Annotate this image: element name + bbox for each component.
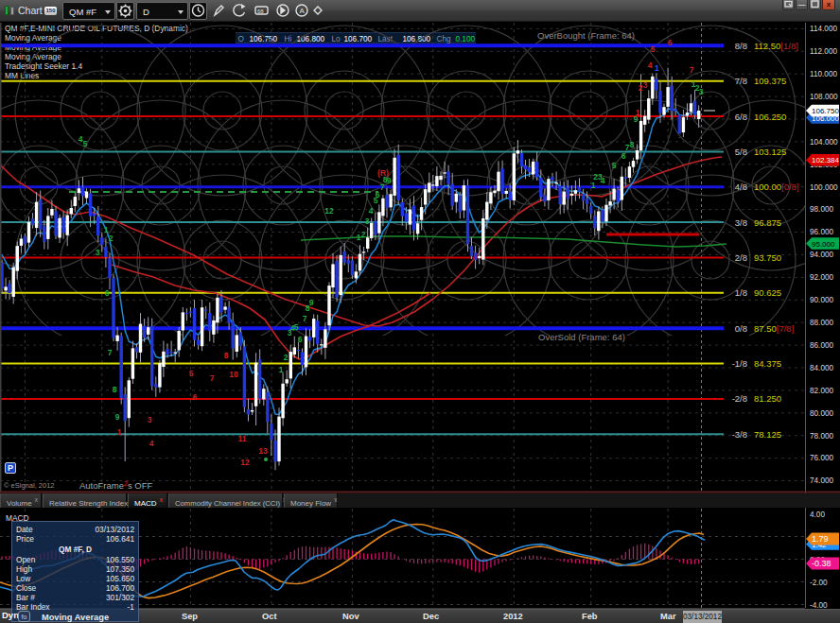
svg-text:6: 6 — [621, 151, 626, 161]
svg-text:3: 3 — [699, 87, 704, 96]
svg-text:4: 4 — [648, 61, 653, 70]
svg-text:92.000: 92.000 — [810, 273, 833, 282]
svg-text:-2.00: -2.00 — [810, 579, 828, 587]
svg-text:106.750: 106.750 — [812, 107, 839, 115]
svg-text:84.375: 84.375 — [754, 358, 781, 369]
svg-text:96.000: 96.000 — [810, 228, 833, 236]
svg-text:1: 1 — [655, 63, 659, 73]
svg-text:9: 9 — [309, 298, 314, 307]
svg-text:7: 7 — [690, 65, 694, 75]
svg-text:2/8: 2/8 — [735, 252, 747, 263]
svg-text:3/8: 3/8 — [735, 217, 747, 228]
svg-text:7/8: 7/8 — [735, 76, 747, 86]
svg-text:1: 1 — [636, 108, 640, 117]
svg-text:2: 2 — [109, 234, 114, 243]
svg-text:-2/8: -2/8 — [732, 393, 747, 404]
svg-text:80.000: 80.000 — [810, 409, 833, 418]
svg-text:5: 5 — [189, 369, 194, 378]
svg-text:5: 5 — [651, 44, 656, 54]
svg-text:114.000: 114.000 — [810, 25, 837, 33]
svg-text:82.000: 82.000 — [810, 387, 833, 395]
svg-text:100.00[0/8]: 100.00[0/8] — [754, 182, 799, 192]
svg-text:8/8: 8/8 — [735, 41, 747, 51]
svg-text:1/8: 1/8 — [735, 287, 747, 298]
svg-text:96.875: 96.875 — [754, 217, 781, 228]
svg-text:4: 4 — [601, 176, 605, 185]
svg-text:-1/8: -1/8 — [732, 358, 747, 369]
svg-text:(R): (R) — [377, 168, 389, 178]
svg-text:5: 5 — [612, 161, 617, 170]
svg-text:12: 12 — [324, 206, 334, 216]
svg-text:106.250: 106.250 — [754, 112, 786, 122]
svg-text:4.00: 4.00 — [810, 511, 825, 519]
svg-text:6: 6 — [298, 335, 303, 344]
svg-text:94.000: 94.000 — [810, 251, 833, 259]
svg-text:6: 6 — [193, 392, 198, 402]
svg-text:93.750: 93.750 — [754, 252, 781, 263]
svg-text:7: 7 — [303, 314, 307, 323]
svg-text:81.250: 81.250 — [754, 393, 781, 404]
svg-text:87.50[7/8]: 87.50[7/8] — [754, 323, 794, 334]
svg-text:1: 1 — [279, 365, 284, 374]
svg-text:13: 13 — [258, 446, 268, 456]
svg-text:8: 8 — [224, 351, 229, 360]
svg-text:12: 12 — [240, 458, 250, 467]
svg-text:100.000: 100.000 — [810, 183, 838, 192]
svg-text:86.000: 86.000 — [810, 341, 833, 350]
svg-text:4/8: 4/8 — [735, 182, 747, 192]
svg-text:112.000: 112.000 — [810, 47, 837, 56]
svg-text:3: 3 — [643, 80, 648, 90]
svg-text:7: 7 — [108, 348, 113, 357]
svg-text:6/8: 6/8 — [735, 112, 747, 122]
svg-text:2: 2 — [284, 353, 289, 362]
svg-text:10: 10 — [229, 370, 238, 379]
svg-text:90.000: 90.000 — [810, 296, 833, 304]
svg-text:1.79: 1.79 — [812, 534, 829, 544]
svg-text:-3/8: -3/8 — [732, 429, 747, 440]
svg-text:110.000: 110.000 — [810, 70, 837, 78]
svg-text:1: 1 — [591, 181, 596, 190]
svg-text:5: 5 — [294, 322, 299, 332]
svg-text:109.375: 109.375 — [754, 76, 786, 86]
svg-text:74.000: 74.000 — [810, 476, 833, 485]
svg-text:3: 3 — [148, 415, 152, 424]
svg-text:7: 7 — [210, 373, 215, 383]
svg-text:6: 6 — [105, 288, 110, 298]
svg-text:6: 6 — [668, 38, 673, 47]
svg-text:8: 8 — [630, 140, 635, 149]
svg-text:5/8: 5/8 — [735, 147, 747, 157]
svg-text:9: 9 — [115, 412, 120, 422]
svg-text:76.000: 76.000 — [810, 454, 833, 462]
svg-text:3: 3 — [96, 248, 100, 257]
svg-text:0/8: 0/8 — [735, 323, 747, 334]
svg-text:112.50[1/8]: 112.50[1/8] — [754, 41, 798, 51]
svg-text:78.000: 78.000 — [810, 432, 833, 441]
svg-text:11: 11 — [238, 434, 247, 443]
svg-text:OverBought (Frame: 64): OverBought (Frame: 64) — [537, 30, 635, 41]
svg-text:8: 8 — [113, 385, 117, 394]
svg-text:108.000: 108.000 — [810, 93, 838, 101]
svg-text:2: 2 — [361, 230, 366, 239]
svg-text:4: 4 — [149, 439, 154, 448]
svg-text:-0.38: -0.38 — [812, 559, 831, 568]
svg-text:102.384: 102.384 — [812, 156, 839, 164]
svg-text:1: 1 — [117, 427, 122, 437]
svg-text:84.000: 84.000 — [810, 364, 833, 372]
svg-text:78.125: 78.125 — [754, 429, 781, 440]
svg-text:95.000: 95.000 — [812, 240, 835, 249]
svg-text:5: 5 — [83, 139, 88, 148]
svg-text:90.625: 90.625 — [754, 287, 781, 298]
svg-text:OverSold (Frame: 64): OverSold (Frame: 64) — [538, 332, 625, 342]
svg-text:103.125: 103.125 — [754, 147, 786, 157]
svg-text:3: 3 — [365, 216, 370, 226]
svg-text:104.000: 104.000 — [810, 138, 838, 147]
svg-text:98.000: 98.000 — [810, 205, 833, 214]
svg-text:4: 4 — [369, 206, 374, 216]
svg-text:88.000: 88.000 — [810, 319, 833, 327]
